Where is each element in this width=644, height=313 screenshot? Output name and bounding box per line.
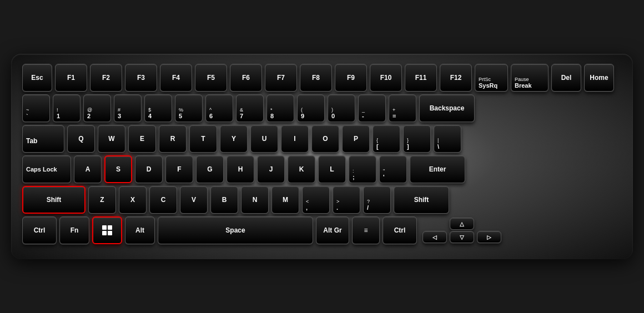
- key-f11[interactable]: F11: [405, 64, 437, 92]
- bottom-row: Ctrl Fn Alt Space Alt Gr ≡ Ctrl △ ◁: [22, 216, 622, 244]
- key-g[interactable]: G: [196, 155, 224, 183]
- key-f3[interactable]: F3: [125, 64, 157, 92]
- key-f1[interactable]: F1: [55, 64, 87, 92]
- key-u[interactable]: U: [250, 125, 278, 153]
- key-esc[interactable]: Esc: [22, 64, 52, 92]
- key-1[interactable]: !1: [53, 94, 80, 122]
- key-enter[interactable]: Enter: [410, 155, 465, 183]
- qwerty-row: Tab Q W E R T Y U I O P {[ }] |\: [22, 125, 622, 153]
- key-p[interactable]: P: [342, 125, 370, 153]
- key-3[interactable]: #3: [114, 94, 142, 122]
- key-w[interactable]: W: [98, 125, 125, 153]
- key-r[interactable]: R: [159, 125, 187, 153]
- key-f6[interactable]: F6: [230, 64, 262, 92]
- key-e[interactable]: E: [128, 125, 156, 153]
- key-5[interactable]: %5: [175, 94, 203, 122]
- key-backspace[interactable]: Backspace: [419, 94, 475, 122]
- key-d[interactable]: D: [135, 155, 163, 183]
- key-tab[interactable]: Tab: [22, 125, 64, 153]
- key-s[interactable]: S: [104, 155, 132, 183]
- key-alt-gr[interactable]: Alt Gr: [316, 216, 349, 244]
- key-f12[interactable]: F12: [440, 64, 472, 92]
- key-f5[interactable]: F5: [195, 64, 227, 92]
- key-shift-right[interactable]: Shift: [394, 186, 449, 214]
- key-f[interactable]: F: [165, 155, 193, 183]
- keyboard: Esc F1 F2 F3 F4 F5 F6 F7 F8 F9 F10 F11 F…: [11, 54, 633, 259]
- key-win[interactable]: [92, 216, 122, 244]
- key-j[interactable]: J: [257, 155, 285, 183]
- key-i[interactable]: I: [281, 125, 309, 153]
- key-backslash[interactable]: |\: [434, 125, 461, 153]
- key-alt[interactable]: Alt: [125, 216, 155, 244]
- num-row: ~` !1 @2 #3 $4 %5 ^6 &7 *8 (9 )0 _- += B…: [22, 94, 622, 122]
- key-7[interactable]: &7: [236, 94, 264, 122]
- key-arrow-up[interactable]: △: [450, 218, 474, 230]
- key-rbracket[interactable]: }]: [403, 125, 431, 153]
- key-period[interactable]: >.: [333, 186, 360, 214]
- key-o[interactable]: O: [311, 125, 339, 153]
- key-minus[interactable]: _-: [358, 94, 386, 122]
- key-home[interactable]: Home: [584, 64, 614, 92]
- key-f4[interactable]: F4: [160, 64, 192, 92]
- zxcv-row: Shift Z X C V B N M <, >. ?/ Shift: [22, 186, 622, 214]
- key-pause[interactable]: PauseBreak: [511, 64, 549, 92]
- key-f7[interactable]: F7: [265, 64, 297, 92]
- key-prtsc[interactable]: PrtScSysRq: [475, 64, 508, 92]
- key-semicolon[interactable]: :;: [349, 155, 376, 183]
- key-fn[interactable]: Fn: [59, 216, 89, 244]
- key-6[interactable]: ^6: [205, 94, 233, 122]
- key-arrow-right[interactable]: ▷: [477, 231, 501, 243]
- key-9[interactable]: (9: [297, 94, 325, 122]
- key-4[interactable]: $4: [144, 94, 172, 122]
- key-equals[interactable]: +=: [389, 94, 416, 122]
- key-comma[interactable]: <,: [302, 186, 330, 214]
- key-h[interactable]: H: [227, 155, 254, 183]
- key-arrow-left[interactable]: ◁: [422, 231, 447, 243]
- key-m[interactable]: M: [271, 186, 299, 214]
- fn-row: Esc F1 F2 F3 F4 F5 F6 F7 F8 F9 F10 F11 F…: [22, 64, 622, 92]
- key-l[interactable]: L: [318, 155, 346, 183]
- key-f10[interactable]: F10: [370, 64, 402, 92]
- key-caps-lock[interactable]: Caps Lock: [22, 155, 71, 183]
- key-q[interactable]: Q: [67, 125, 95, 153]
- key-lbracket[interactable]: {[: [373, 125, 400, 153]
- key-ctrl-left[interactable]: Ctrl: [22, 216, 57, 244]
- key-space[interactable]: Space: [158, 216, 313, 244]
- key-quote[interactable]: "': [379, 155, 407, 183]
- key-f8[interactable]: F8: [300, 64, 332, 92]
- key-ctrl-right[interactable]: Ctrl: [383, 216, 417, 244]
- key-a[interactable]: A: [74, 155, 102, 183]
- key-x[interactable]: X: [119, 186, 147, 214]
- key-0[interactable]: )0: [328, 94, 355, 122]
- key-shift-left[interactable]: Shift: [22, 186, 85, 214]
- key-del[interactable]: Del: [551, 64, 581, 92]
- key-t[interactable]: T: [189, 125, 217, 153]
- key-f2[interactable]: F2: [90, 64, 122, 92]
- key-b[interactable]: B: [210, 186, 238, 214]
- key-c[interactable]: C: [149, 186, 177, 214]
- key-z[interactable]: Z: [88, 186, 116, 214]
- windows-icon: [102, 225, 112, 235]
- key-f9[interactable]: F9: [335, 64, 367, 92]
- key-v[interactable]: V: [180, 186, 208, 214]
- key-k[interactable]: K: [288, 155, 315, 183]
- key-n[interactable]: N: [241, 186, 269, 214]
- key-slash[interactable]: ?/: [363, 186, 391, 214]
- key-2[interactable]: @2: [83, 94, 111, 122]
- asdf-row: Caps Lock A S D F G H J K L :; "' Enter: [22, 155, 622, 183]
- key-arrow-down[interactable]: ▽: [450, 231, 474, 243]
- key-backtick[interactable]: ~`: [22, 94, 50, 122]
- key-y[interactable]: Y: [220, 125, 248, 153]
- arrow-keys: △ ◁ ▽ ▷: [422, 218, 501, 243]
- key-8[interactable]: *8: [266, 94, 294, 122]
- key-menu[interactable]: ≡: [352, 216, 380, 244]
